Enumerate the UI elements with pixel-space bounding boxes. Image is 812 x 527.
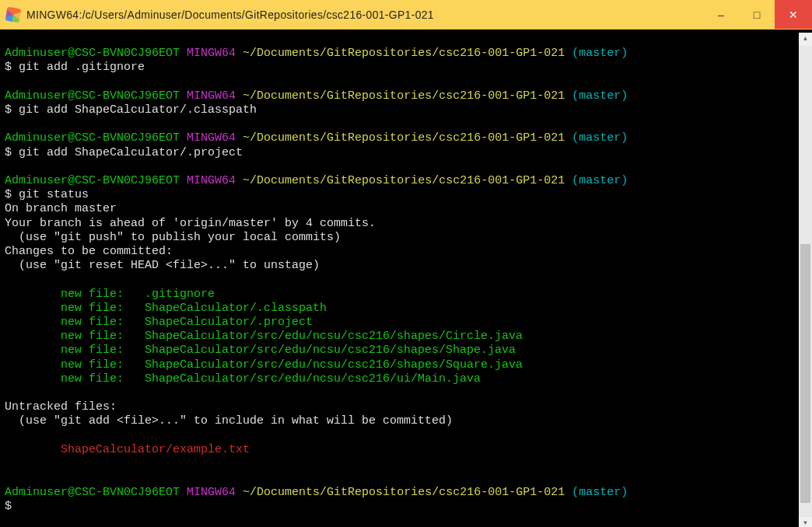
scroll-down-button[interactable]: ▼ [799,517,812,527]
titlebar: MINGW64:/c/Users/Adminuser/Documents/Git… [0,0,812,30]
status-on-branch: On branch master [5,202,117,215]
prompt-env: MINGW64 [187,174,236,187]
terminal[interactable]: Adminuser@CSC-BVN0CJ96EOT MINGW64 ~/Docu… [0,30,812,527]
prompt-env: MINGW64 [187,486,236,499]
prompt-branch: (master) [572,174,628,187]
new-file-5: new file: ShapeCalculator/src/edu/ncsu/c… [5,344,516,357]
new-file-7: new file: ShapeCalculator/src/edu/ncsu/c… [5,372,481,386]
command-3: git add ShapeCalculator/.project [19,146,243,159]
new-file-2: new file: ShapeCalculator/.classpath [5,302,327,315]
scroll-track[interactable] [799,46,812,517]
window-controls: – □ ✕ [703,0,812,29]
prompt-path: ~/Documents/GitRepositories/csc216-001-G… [243,131,565,145]
status-changes-header: Changes to be committed: [5,245,173,258]
new-file-6: new file: ShapeCalculator/src/edu/ncsu/c… [5,358,523,372]
status-untracked-header: Untracked files: [5,400,117,414]
scroll-thumb[interactable] [800,244,810,503]
prompt-symbol: $ [5,500,12,513]
prompt-branch: (master) [572,131,628,145]
prompt-path: ~/Documents/GitRepositories/csc216-001-G… [243,486,565,499]
prompt-env: MINGW64 [187,89,236,103]
prompt-env: MINGW64 [187,131,236,145]
status-unstage-hint: (use "git reset HEAD <file>..." to unsta… [5,259,320,272]
prompt-user: Adminuser@CSC-BVN0CJ96EOT [5,131,180,145]
status-untracked-hint: (use "git add <file>..." to include in w… [5,414,453,428]
prompt-symbol: $ [5,188,12,201]
prompt-user: Adminuser@CSC-BVN0CJ96EOT [5,47,180,60]
minimize-button[interactable]: – [703,0,739,29]
prompt-symbol: $ [5,61,12,74]
terminal-output: Adminuser@CSC-BVN0CJ96EOT MINGW64 ~/Docu… [5,33,799,524]
command-2: git add ShapeCalculator/.classpath [19,103,257,117]
status-ahead: Your branch is ahead of 'origin/master' … [5,217,376,230]
new-file-4: new file: ShapeCalculator/src/edu/ncsu/c… [5,330,523,343]
prompt-symbol: $ [5,103,12,117]
prompt-branch: (master) [572,89,628,103]
new-file-1: new file: .gitignore [5,288,215,301]
scrollbar[interactable]: ▲ ▼ [799,33,812,527]
close-button[interactable]: ✕ [775,0,812,29]
prompt-symbol: $ [5,146,12,159]
git-bash-icon [5,6,22,23]
untracked-file-1: ShapeCalculator/example.txt [5,443,250,456]
scroll-up-button[interactable]: ▲ [799,33,812,46]
prompt-branch: (master) [572,47,628,60]
prompt-path: ~/Documents/GitRepositories/csc216-001-G… [243,174,565,187]
new-file-3: new file: ShapeCalculator/.project [5,316,313,329]
prompt-user: Adminuser@CSC-BVN0CJ96EOT [5,89,180,103]
window-title: MINGW64:/c/Users/Adminuser/Documents/Git… [26,9,703,21]
command-1: git add .gitignore [19,61,145,74]
prompt-path: ~/Documents/GitRepositories/csc216-001-G… [243,89,565,103]
prompt-user: Adminuser@CSC-BVN0CJ96EOT [5,486,180,499]
command-4: git status [19,188,89,201]
maximize-button[interactable]: □ [739,0,775,29]
status-push-hint: (use "git push" to publish your local co… [5,231,341,244]
prompt-branch: (master) [572,486,628,499]
prompt-env: MINGW64 [187,47,236,60]
prompt-path: ~/Documents/GitRepositories/csc216-001-G… [243,47,565,60]
prompt-user: Adminuser@CSC-BVN0CJ96EOT [5,174,180,187]
